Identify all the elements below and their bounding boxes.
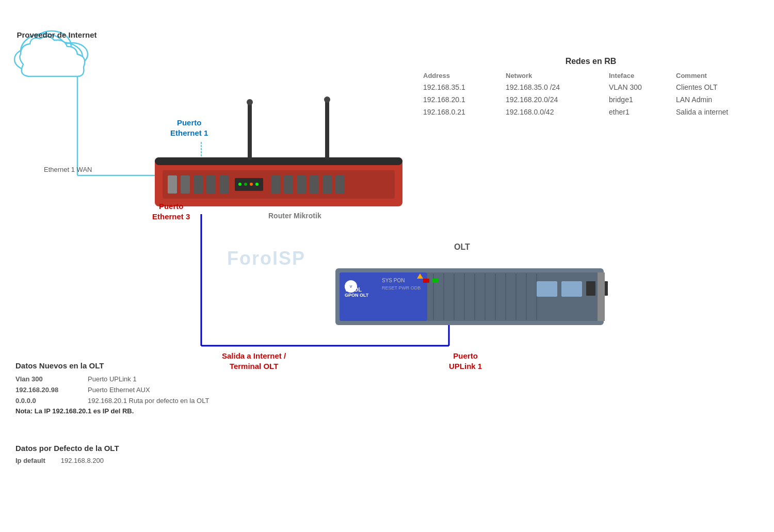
datos-nuevos-nota: Nota: La IP 192.168.20.1 es IP del RB. (15, 406, 134, 417)
port-4 (219, 175, 229, 194)
datos-nuevos-row1: Vlan 300 Puerto UPLink 1 (15, 374, 273, 385)
svg-point-1 (41, 42, 83, 71)
redes-row2-interface: bridge1 (609, 94, 676, 106)
redes-row3-interface: ether1 (609, 106, 676, 119)
olt-port-uplink2 (561, 281, 582, 297)
redes-row3-comment: Salida a internet (676, 106, 769, 119)
puerto-uplink-text: PuertoUPLink 1 (449, 351, 482, 370)
port-10 (335, 175, 345, 194)
redes-header-interface: Inteface (609, 70, 676, 82)
port-5 (271, 175, 280, 194)
led-3 (250, 183, 253, 186)
olt-text: OLT (454, 243, 470, 251)
olt-body (335, 268, 604, 325)
router-body (155, 157, 402, 206)
led-1 (238, 183, 241, 186)
puerto-eth3-text: PuertoEthernet 3 (152, 202, 190, 221)
datos-nuevos-section: Datos Nuevos en la OLT Vlan 300 Puerto U… (15, 361, 273, 417)
olt-reset-label: RESET PWR ODB (382, 285, 421, 291)
antenna-1-tip (247, 99, 253, 105)
led-4 (255, 183, 259, 186)
redes-row3-network: 192.168.0.0/42 (506, 106, 609, 119)
datos-nuevos-row4: Nota: La IP 192.168.20.1 es IP del RB. (15, 406, 273, 417)
led-2 (244, 183, 247, 186)
redes-row1-comment: Clientes OLT (676, 82, 769, 94)
vsol-brand: V-SOL GPON OLT (345, 286, 368, 298)
redes-row2-network: 192.168.20.0/24 (506, 94, 609, 106)
antenna-1 (248, 103, 252, 160)
redes-row2-comment: LAN Admin (676, 94, 769, 106)
antenna-2-tip (324, 96, 330, 103)
router-front-panel (163, 170, 395, 199)
olt-label: OLT (454, 243, 470, 252)
cloud-label: Proveedor de Internet (15, 30, 98, 40)
antenna-2 (325, 101, 329, 160)
port-7 (297, 175, 306, 194)
port-1 (181, 175, 190, 194)
olt-warning-triangle (417, 273, 423, 279)
datos-defecto-row1: Ip default 192.168.8.200 (15, 457, 222, 464)
olt-led-pon (432, 279, 439, 283)
port-8 (310, 175, 319, 194)
puerto-ethernet1-label: PuertoEthernet 1 (170, 118, 208, 138)
olt-led-sys (423, 279, 429, 283)
router-mikrotik-label: Router Mikrotik (268, 212, 321, 220)
datos-nuevos-row3: 0.0.0.0 192.168.20.1 Ruta por defecto en… (15, 396, 273, 407)
port-6 (284, 175, 293, 194)
datos-defecto-value: 192.168.8.200 (61, 457, 104, 464)
svg-point-2 (14, 48, 47, 71)
ethernet1-wan-label: Ethernet 1 WAN (44, 165, 92, 174)
port-9 (322, 175, 332, 194)
svg-point-4 (57, 43, 88, 66)
redes-row1-network: 192.168.35.0 /24 (506, 82, 609, 94)
redes-section: Redes en RB Address Network Inteface Com… (423, 57, 759, 118)
redes-row1-interface: VLAN 300 (609, 82, 676, 94)
datos-nuevos-title: Datos Nuevos en la OLT (15, 361, 273, 370)
watermark: ForoISP (227, 248, 305, 269)
datos-nuevos-row2: 192.168.20.98 Puerto Ethernet AUX (15, 385, 273, 396)
olt-front (340, 272, 600, 321)
cloud-text: Proveedor de Internet (17, 30, 96, 39)
vsol-name: V-SOL (345, 286, 368, 293)
olt-sfp2 (599, 281, 608, 296)
redes-title: Redes en RB (423, 57, 759, 66)
redes-row3-address: 192.168.0.21 (423, 106, 506, 119)
olt-port-uplink1 (537, 281, 557, 297)
datos-nuevos-row2-col2: Puerto Ethernet AUX (88, 385, 150, 396)
datos-nuevos-row1-col1: Vlan 300 (15, 374, 77, 385)
olt-sfp1 (586, 281, 595, 296)
ethernet1-wan-text: Ethernet 1 WAN (44, 166, 92, 173)
olt-right-side (598, 272, 605, 321)
datos-nuevos-row2-col1: 192.168.20.98 (15, 385, 77, 396)
router-top-strip (155, 157, 402, 165)
port-2 (194, 175, 203, 194)
redes-header-network: Network (506, 70, 609, 82)
vsol-model: GPON OLT (345, 293, 368, 298)
redes-table: Address Network Inteface Comment 192.168… (423, 70, 759, 118)
redes-header-comment: Comment (676, 70, 769, 82)
datos-defecto-section: Datos por Defecto de la OLT Ip default 1… (15, 444, 222, 464)
puerto-ethernet3-label: PuertoEthernet 3 (152, 201, 190, 221)
datos-nuevos-row3-col2: 192.168.20.1 Ruta por defecto en la OLT (88, 396, 209, 407)
port-sfp (168, 175, 177, 194)
puerto-eth1-text: PuertoEthernet 1 (170, 118, 208, 137)
redes-row2-address: 192.168.20.1 (423, 94, 506, 106)
datos-defecto-title: Datos por Defecto de la OLT (15, 444, 222, 453)
datos-nuevos-row3-col1: 0.0.0.0 (15, 396, 77, 407)
redes-row1-address: 192.168.35.1 (423, 82, 506, 94)
olt-sys-label: SYS PON (382, 278, 405, 283)
datos-defecto-label: Ip default (15, 457, 45, 464)
watermark-text: ForoISP (227, 248, 305, 269)
port-3 (206, 175, 216, 194)
led-area (235, 178, 263, 191)
puerto-uplink-label: PuertoUPLink 1 (449, 351, 482, 371)
redes-header-address: Address (423, 70, 506, 82)
router-mikrotik-text: Router Mikrotik (268, 212, 321, 220)
datos-nuevos-row1-col2: Puerto UPLink 1 (88, 374, 137, 385)
